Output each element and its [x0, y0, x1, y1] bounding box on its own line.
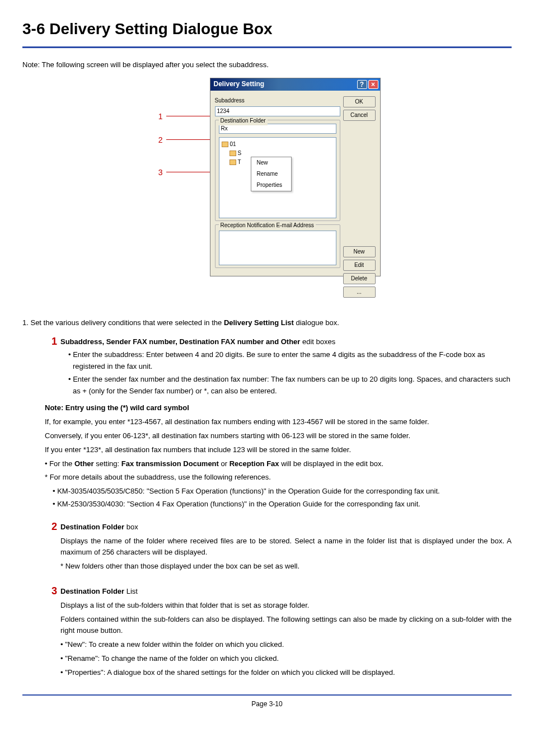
- close-button[interactable]: ×: [368, 80, 378, 89]
- upper-button-column: OK Cancel: [343, 96, 376, 121]
- email-legend: Reception Notification E-mail Address: [219, 221, 316, 230]
- help-button[interactable]: ?: [357, 80, 367, 89]
- figure: 1 2 3 Delivery Setting ? × Subaddress 12…: [22, 78, 512, 302]
- sec1-note-title: Note: Entry using the (*) wild card symb…: [45, 402, 512, 414]
- sec1-other: • For the Other setting: Fax transmissio…: [45, 458, 512, 470]
- subaddress-label: Subaddress: [215, 96, 340, 105]
- callout-3: 3: [154, 166, 210, 179]
- intro-step: 1. Set the various delivery conditions t…: [22, 317, 512, 329]
- delivery-setting-dialog: Delivery Setting ? × Subaddress 1234 Des…: [210, 78, 381, 276]
- sec3-b3: • "Properties": A dialogue box of the sh…: [60, 667, 512, 679]
- sec1-num: 1: [45, 336, 57, 348]
- tree-root[interactable]: 01: [222, 140, 334, 149]
- sec2-p1: Displays the name of the folder where re…: [60, 536, 512, 559]
- callout-num-3: 3: [154, 166, 163, 179]
- intro-text-before: Set the various delivery conditions that…: [30, 318, 223, 327]
- ctx-new[interactable]: New: [251, 157, 292, 168]
- dialog-titlebar[interactable]: Delivery Setting ? ×: [210, 78, 380, 91]
- sec3-num: 3: [45, 586, 57, 597]
- sec2-num: 2: [45, 522, 57, 533]
- dest-folder-legend: Destination Folder: [219, 116, 268, 125]
- email-group: Reception Notification E-mail Address: [215, 224, 340, 268]
- sec3-b2: • "Rename": To change the name of the fo…: [60, 653, 512, 665]
- section-2: 2 Destination Folder box Displays the na…: [45, 522, 512, 575]
- sec3-p2: Folders contained within the sub-folders…: [60, 614, 512, 637]
- sec2-title: Destination Folder box: [60, 522, 512, 533]
- sec2-p2: * New folders other than those displayed…: [60, 561, 512, 572]
- sec3-b1: • "New": To create a new folder within t…: [60, 639, 512, 651]
- sec1-ref-head: * For more details about the subaddress,…: [45, 472, 512, 483]
- intro-num: 1.: [22, 318, 29, 327]
- callout-2: 2: [154, 134, 210, 146]
- page-title: 3-6 Delivery Setting Dialogue Box: [22, 17, 512, 48]
- callout-line-icon: [166, 116, 210, 116]
- folder-icon: [222, 142, 228, 147]
- note-line: Note: The following screen will be displ…: [22, 59, 512, 71]
- cancel-button[interactable]: Cancel: [343, 110, 376, 121]
- callout-1: 1: [154, 110, 210, 123]
- folder-icon: [229, 159, 236, 165]
- dialog-title: Delivery Setting: [214, 79, 265, 90]
- subaddress-input[interactable]: 1234: [215, 106, 340, 116]
- section-1: 1 Subaddress, Sender FAX number, Destina…: [45, 336, 512, 510]
- note-prefix: Note:: [22, 60, 41, 69]
- note-body: The following screen will be displayed a…: [41, 60, 268, 69]
- folder-icon: [229, 151, 236, 156]
- sec1-wild1: If, for example, you enter *123-4567, al…: [45, 416, 512, 428]
- email-listbox[interactable]: [219, 231, 336, 265]
- callout-line-icon: [166, 139, 210, 140]
- sec1-wild3: If you enter *123*, all destination fax …: [45, 444, 512, 456]
- tree-sub1-label: S: [238, 149, 242, 158]
- callout-line-icon: [166, 172, 210, 172]
- page-footer: Page 3-10: [22, 694, 512, 710]
- tree-sub2-label: T: [238, 158, 241, 167]
- intro-text-after: dialogue box.: [294, 318, 339, 327]
- sec1-wild2: Conversely, if you enter 06-123*, all de…: [45, 430, 512, 442]
- sec1-bullet1: • Enter the subaddress: Enter between 4 …: [65, 349, 512, 373]
- edit-button[interactable]: Edit: [343, 260, 376, 271]
- sec3-p1: Displays a list of the sub-folders withi…: [60, 600, 512, 612]
- delete-button[interactable]: Delete: [343, 273, 376, 284]
- new-button[interactable]: New: [343, 246, 376, 257]
- sec1-title: Subaddress, Sender FAX number, Destinati…: [60, 336, 512, 348]
- ctx-properties[interactable]: Properties: [251, 180, 292, 191]
- ctx-rename[interactable]: Rename: [251, 168, 292, 180]
- context-menu: New Rename Properties: [251, 157, 292, 191]
- sec1-ref1: • KM-3035/4035/5035/C850: "Section 5 Fax…: [49, 486, 512, 497]
- tree-root-label: 01: [230, 140, 236, 149]
- dest-folder-tree[interactable]: 01 S T New Rename Prop: [219, 137, 336, 218]
- callout-num-1: 1: [154, 110, 163, 123]
- lower-button-column: New Edit Delete ...: [343, 246, 376, 298]
- sec3-title: Destination Folder List: [60, 586, 512, 598]
- intro-bold: Delivery Setting List: [224, 318, 294, 327]
- dialog-body: Subaddress 1234 Destination Folder Rx 01…: [210, 91, 380, 276]
- callout-column: 1 2 3: [154, 78, 210, 302]
- sec1-ref2: • KM-2530/3530/4030: "Section 4 Fax Oper…: [49, 499, 512, 510]
- callout-num-2: 2: [154, 134, 163, 146]
- more-button[interactable]: ...: [343, 287, 376, 298]
- section-3: 3 Destination Folder List Displays a lis…: [45, 586, 512, 681]
- destination-folder-group: Destination Folder Rx 01 S: [215, 120, 340, 221]
- ok-button[interactable]: OK: [343, 96, 376, 107]
- sec1-bullet2: • Enter the sender fax number and the de…: [65, 374, 512, 397]
